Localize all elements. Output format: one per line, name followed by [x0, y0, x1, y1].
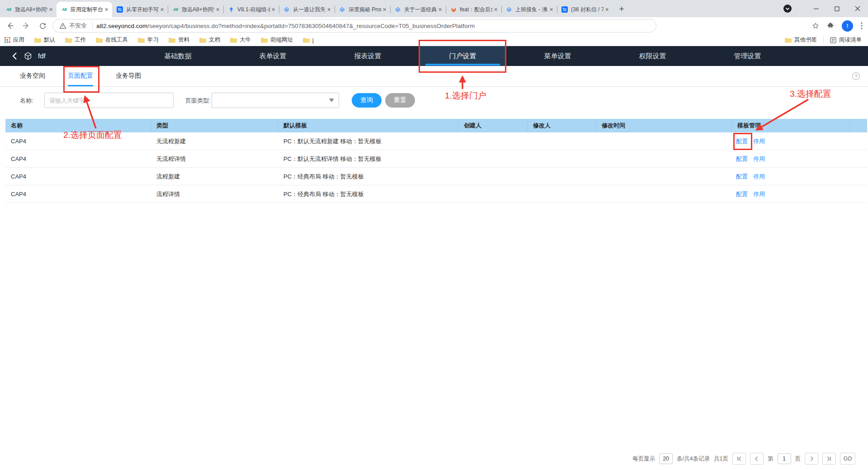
bookmark-5[interactable]: 学习	[138, 36, 159, 44]
bookmark-8[interactable]: 大牛	[230, 36, 251, 44]
folder-icon	[138, 37, 145, 43]
nav-item-表单设置[interactable]: 表单设置	[229, 46, 316, 66]
nav-item-权限设置[interactable]: 权限设置	[609, 46, 696, 66]
browser-tab-5[interactable]: V8.1-前端组-缺×	[223, 2, 279, 17]
table-row: CAP4无流程详情PC：默认无流程详情 移动：暂无模板配置停用	[5, 150, 867, 168]
window-close-button[interactable]	[847, 0, 868, 17]
action-配置-link[interactable]: 配置	[736, 132, 748, 150]
bookmark-6[interactable]: 资料	[169, 36, 189, 44]
tab-close-icon[interactable]: ×	[326, 6, 332, 13]
a8-favicon-icon: A8	[5, 6, 12, 13]
subtab-bar: 业务空间页面配置业务导图 ?	[0, 66, 868, 87]
app-back-icon[interactable]	[11, 52, 19, 61]
name-filter-input[interactable]	[44, 93, 174, 108]
nav-item-管理设置[interactable]: 管理设置	[704, 46, 791, 66]
new-tab-button[interactable]: +	[615, 3, 628, 15]
action-配置-link[interactable]: 配置	[736, 150, 748, 168]
page-input[interactable]: 1	[778, 453, 791, 464]
bookmark-label: 前端网址	[270, 36, 293, 44]
reading-list-button[interactable]: 阅读清单	[830, 36, 862, 44]
nav-item-基础数据[interactable]: 基础数据	[134, 46, 222, 66]
help-icon[interactable]: ?	[852, 72, 860, 80]
page-suffix-label: 页	[795, 455, 801, 463]
tab-close-icon[interactable]: ×	[159, 6, 165, 13]
nav-item-门户设置[interactable]: 门户设置	[419, 46, 506, 66]
back-button[interactable]	[4, 19, 16, 32]
action-停用-link[interactable]: 停用	[753, 132, 765, 150]
last-page-button[interactable]	[822, 453, 836, 465]
tab-title: 致远A8+协同管	[15, 6, 47, 14]
cell-name: CAP4	[5, 150, 151, 168]
tab-close-icon[interactable]: ×	[604, 6, 610, 13]
juejin-favicon-icon	[339, 6, 346, 13]
profile-avatar[interactable]: t	[842, 20, 853, 32]
tab-close-icon[interactable]: ×	[47, 6, 54, 13]
action-配置-link[interactable]: 配置	[736, 185, 748, 203]
bookmark-10[interactable]: j	[303, 37, 314, 43]
search-button[interactable]: 查询	[352, 93, 382, 108]
browser-tab-4[interactable]: A8致远A8+协同管×	[168, 2, 223, 17]
reset-button[interactable]: 重置	[385, 93, 415, 108]
other-bookmarks-folder[interactable]: 其他书签	[785, 36, 817, 44]
action-停用-link[interactable]: 停用	[753, 185, 765, 203]
tab-close-icon[interactable]: ×	[270, 6, 277, 13]
nav-item-报表设置[interactable]: 报表设置	[324, 46, 411, 66]
security-warning-icon	[59, 23, 66, 29]
cell-modifier	[528, 168, 596, 185]
data-table: 名称类型默认模板创建人修改人修改时间模板管理 CAP4无流程新建PC：默认无流程…	[5, 119, 867, 203]
cell-modified_time	[596, 150, 732, 168]
bookmark-2[interactable]: 默认	[34, 36, 55, 44]
forward-button[interactable]	[20, 19, 33, 32]
bookmark-1[interactable]: 应用	[5, 36, 24, 44]
browser-tab-9[interactable]: feat：配合后台×	[446, 2, 501, 17]
circle-chevron-icon[interactable]	[783, 4, 792, 13]
type-filter-select[interactable]	[212, 93, 339, 108]
juejin-favicon-icon	[394, 6, 401, 13]
bookmark-9[interactable]: 前端网址	[261, 36, 293, 44]
next-page-button[interactable]	[805, 453, 818, 465]
cell-type: 流程新建	[151, 168, 278, 185]
action-停用-link[interactable]: 停用	[753, 150, 765, 168]
window-maximize-button[interactable]	[826, 0, 847, 17]
bookmark-7[interactable]: 文档	[199, 36, 220, 44]
nav-item-菜单设置[interactable]: 菜单设置	[514, 46, 601, 66]
security-label: 不安全	[69, 22, 87, 30]
browser-tab-3[interactable]: 知从零开始手写Pr×	[112, 2, 168, 17]
per-page-input[interactable]: 20	[659, 453, 673, 464]
prev-page-button[interactable]	[750, 453, 764, 465]
bookmark-label: 工作	[75, 36, 86, 44]
reload-button[interactable]	[36, 19, 49, 32]
tab-close-icon[interactable]: ×	[548, 6, 555, 13]
tab-close-icon[interactable]: ×	[381, 6, 388, 13]
subtab-业务空间[interactable]: 业务空间	[20, 66, 45, 86]
tab-close-icon[interactable]: ×	[492, 6, 499, 13]
menu-kebab-icon[interactable]	[861, 22, 863, 29]
bookmark-3[interactable]: 工作	[65, 36, 86, 44]
first-page-button[interactable]	[732, 453, 746, 465]
address-bar[interactable]: 不安全 a82.seeyoncd.com/seeyon/cap4/busines…	[52, 19, 656, 33]
table-header-row: 名称类型默认模板创建人修改人修改时间模板管理	[5, 119, 867, 132]
cell-default_template: PC：经典布局 移动：暂无模板	[278, 185, 458, 203]
window-minimize-button[interactable]	[806, 0, 826, 17]
go-button[interactable]: GO	[840, 453, 855, 465]
bookmarks-divider	[823, 37, 824, 44]
subtab-业务导图[interactable]: 业务导图	[116, 66, 141, 86]
bookmark-4[interactable]: 在线工具	[96, 36, 128, 44]
action-配置-link[interactable]: 配置	[736, 168, 748, 185]
browser-tab-8[interactable]: 关于一道经典Pr×	[390, 2, 446, 17]
browser-tab-11[interactable]: 知(36 封私信 / 70×	[557, 2, 613, 17]
browser-tab-2[interactable]: A8应用定制平台|应×	[57, 2, 112, 17]
browser-tab-10[interactable]: 上班摸鱼 - 沸点×	[501, 2, 557, 17]
subtab-页面配置[interactable]: 页面配置	[68, 66, 93, 86]
extensions-icon[interactable]	[827, 22, 834, 29]
tab-close-icon[interactable]: ×	[214, 6, 221, 13]
action-停用-link[interactable]: 停用	[753, 168, 765, 185]
browser-tab-1[interactable]: A8致远A8+协同管×	[1, 2, 57, 17]
tab-close-icon[interactable]: ×	[103, 6, 110, 13]
browser-tab-6[interactable]: 从一道让我失眠×	[279, 2, 335, 17]
tab-close-icon[interactable]: ×	[437, 6, 443, 13]
cell-creator	[458, 150, 528, 168]
bookmark-star-icon[interactable]	[812, 22, 819, 29]
browser-tab-7[interactable]: 深度揭秘 Promi×	[335, 2, 390, 17]
bookmark-label: j	[312, 37, 314, 43]
